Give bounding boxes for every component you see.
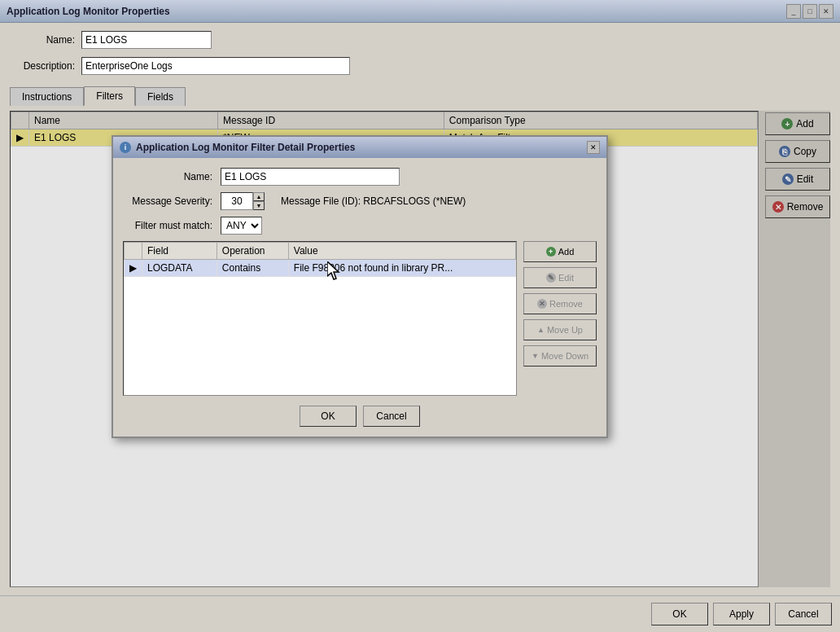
window-body: Name: Description: Instructions Filters … — [0, 23, 840, 595]
tab-instructions[interactable]: Instructions — [10, 87, 84, 106]
description-row: Description: — [10, 57, 830, 75]
filter-edit-button[interactable]: ✎ Edit — [523, 267, 597, 288]
tabs-container: Instructions Filters Fields — [10, 86, 830, 106]
name-row: Name: — [10, 31, 830, 49]
tab-filters[interactable]: Filters — [84, 86, 135, 106]
name-label: Name: — [10, 34, 75, 46]
spinner-buttons: ▲ ▼ — [253, 192, 265, 210]
filter-col-operation: Operation — [217, 243, 288, 260]
filter-add-button[interactable]: + Add — [523, 241, 597, 262]
modal-title-icon: i — [120, 142, 131, 153]
filter-side-buttons: + Add ✎ Edit ✕ Remove — [523, 241, 597, 396]
bottom-bar: OK Apply Cancel — [0, 595, 840, 632]
modal-cancel-button[interactable]: Cancel — [363, 406, 420, 427]
modal-content-row: Field Operation Value ▶ LOGDATA — [123, 241, 597, 396]
filter-match-select[interactable]: ANY ALL — [221, 217, 262, 235]
filter-col-value: Value — [288, 243, 515, 260]
filter-match-label: Filter must match: — [123, 220, 212, 231]
filter-cell-operation: Contains — [217, 260, 288, 277]
main-window: Application Log Monitor Properties _ □ ✕… — [0, 0, 840, 632]
message-file-text: Message File (ID): RBCAFSLOGS (*NEW) — [281, 195, 466, 207]
tab-fields[interactable]: Fields — [135, 87, 186, 106]
filter-edit-icon: ✎ — [546, 273, 556, 283]
modal-overlay: i Application Log Monitor Filter Detail … — [10, 111, 830, 587]
content-area: Name Message ID Comparison Type ▶ E1 LOG… — [10, 111, 830, 587]
filter-move-down-button[interactable]: ▼ Move Down — [523, 345, 597, 366]
filter-table-container: Field Operation Value ▶ LOGDATA — [123, 241, 517, 396]
description-label: Description: — [10, 60, 75, 72]
modal-title-bar: i Application Log Monitor Filter Detail … — [113, 137, 606, 158]
cancel-button[interactable]: Cancel — [775, 603, 832, 625]
filter-table-row[interactable]: ▶ LOGDATA Contains File F98306 not found… — [125, 260, 516, 277]
filter-remove-button[interactable]: ✕ Remove — [523, 293, 597, 314]
modal-name-label: Name: — [123, 171, 212, 182]
move-up-icon: ▲ — [537, 326, 545, 334]
modal-filter-match-row: Filter must match: ANY ALL — [123, 217, 597, 235]
title-bar: Application Log Monitor Properties _ □ ✕ — [0, 0, 840, 23]
filter-indicator-header — [125, 243, 142, 260]
move-down-icon: ▼ — [532, 352, 539, 360]
modal-severity-row: Message Severity: ▲ ▼ Message File (ID):… — [123, 192, 597, 210]
filter-table: Field Operation Value ▶ LOGDATA — [124, 242, 516, 277]
close-button[interactable]: ✕ — [819, 4, 833, 19]
modal-close-button[interactable]: ✕ — [587, 141, 600, 154]
spinner-down[interactable]: ▼ — [253, 201, 265, 210]
ok-button[interactable]: OK — [651, 603, 708, 625]
modal-body: Name: Message Severity: ▲ ▼ — [113, 158, 606, 437]
filter-cell-field: LOGDATA — [142, 260, 217, 277]
filter-row-indicator: ▶ — [125, 260, 142, 277]
filter-col-field: Field — [142, 243, 217, 260]
modal-ok-button[interactable]: OK — [300, 406, 357, 427]
maximize-button[interactable]: □ — [803, 4, 817, 19]
severity-input[interactable] — [221, 192, 253, 210]
modal-title-text: i Application Log Monitor Filter Detail … — [120, 142, 355, 153]
name-input[interactable] — [81, 31, 212, 49]
modal-bottom-row: OK Cancel — [123, 402, 597, 427]
filter-remove-icon: ✕ — [537, 299, 547, 309]
description-input[interactable] — [81, 57, 350, 75]
minimize-button[interactable]: _ — [786, 4, 801, 19]
modal-severity-label: Message Severity: — [123, 195, 212, 207]
filter-add-icon: + — [546, 247, 556, 257]
apply-button[interactable]: Apply — [713, 603, 770, 625]
spinner-up[interactable]: ▲ — [253, 192, 265, 201]
modal-name-input[interactable] — [221, 168, 400, 186]
filter-cell-value: File F98306 not found in library PR... — [288, 260, 515, 277]
title-bar-controls: _ □ ✕ — [786, 4, 833, 19]
severity-spinner: ▲ ▼ — [221, 192, 265, 210]
modal-dialog: i Application Log Monitor Filter Detail … — [112, 135, 608, 438]
window-title: Application Log Monitor Properties — [7, 6, 170, 17]
modal-name-row: Name: — [123, 168, 597, 186]
filter-move-up-button[interactable]: ▲ Move Up — [523, 319, 597, 340]
